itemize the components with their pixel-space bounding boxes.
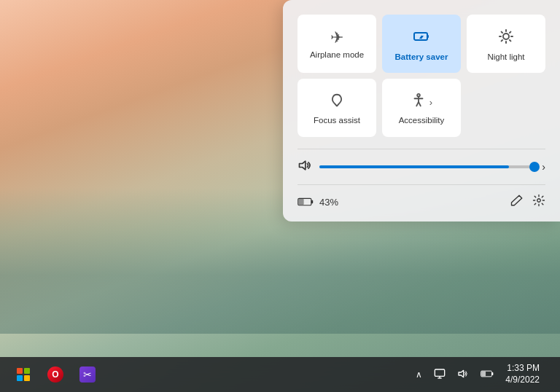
start-button[interactable] bbox=[9, 360, 38, 389]
svg-rect-19 bbox=[299, 199, 304, 205]
focus-assist-icon bbox=[329, 93, 345, 111]
volume-slider-fill bbox=[319, 165, 509, 168]
svg-rect-26 bbox=[492, 372, 494, 375]
svg-rect-18 bbox=[311, 200, 313, 204]
tray-expand-icon[interactable]: ∧ bbox=[413, 366, 425, 383]
edit-icon[interactable] bbox=[510, 194, 524, 210]
time-display: 1:33 PM bbox=[507, 363, 540, 375]
volume-icon bbox=[298, 158, 312, 176]
night-light-icon bbox=[497, 28, 515, 48]
focus-assist-button[interactable]: Focus assist bbox=[298, 79, 376, 137]
night-light-label: Night light bbox=[487, 52, 524, 63]
battery-info: 43% bbox=[298, 197, 338, 208]
date-display: 4/9/2022 bbox=[505, 375, 540, 386]
volume-expand-chevron-icon[interactable]: › bbox=[542, 161, 545, 173]
toggle-grid-row1: ✈ Airplane mode Battery saver bbox=[298, 15, 545, 73]
opera-icon: O bbox=[47, 366, 63, 383]
opera-button[interactable]: O bbox=[41, 360, 70, 389]
svg-rect-27 bbox=[482, 372, 486, 376]
night-light-button[interactable]: Night light bbox=[467, 15, 545, 73]
airplane-mode-button[interactable]: ✈ Airplane mode bbox=[298, 15, 376, 73]
accessibility-button[interactable]: › Accessibility bbox=[382, 79, 461, 137]
datetime-display[interactable]: 1:33 PM 4/9/2022 bbox=[502, 361, 542, 387]
divider-1 bbox=[298, 149, 545, 149]
svg-line-10 bbox=[510, 32, 510, 33]
volume-tray-icon[interactable] bbox=[454, 365, 472, 385]
divider-2 bbox=[298, 184, 545, 185]
battery-saver-label: Battery saver bbox=[395, 52, 448, 63]
accessibility-inner: › bbox=[411, 93, 432, 111]
accessibility-icon bbox=[411, 93, 427, 111]
volume-slider[interactable] bbox=[319, 165, 534, 168]
airplane-icon: ✈ bbox=[330, 30, 343, 46]
volume-slider-thumb[interactable] bbox=[529, 162, 540, 172]
network-tray-icon[interactable] bbox=[431, 365, 448, 385]
taskbar-right: ∧ 1:33 PM 4/9/2022 bbox=[413, 360, 551, 389]
battery-saver-icon bbox=[413, 28, 430, 48]
taskbar-apps: O ✂ bbox=[9, 360, 102, 389]
svg-rect-21 bbox=[435, 369, 445, 376]
svg-rect-1 bbox=[427, 35, 429, 38]
svg-line-7 bbox=[502, 32, 502, 33]
settings-gear-icon[interactable] bbox=[532, 194, 545, 210]
svg-line-15 bbox=[419, 102, 421, 106]
svg-point-2 bbox=[503, 34, 509, 39]
volume-row: › bbox=[298, 158, 545, 176]
show-desktop-button[interactable] bbox=[548, 360, 551, 389]
quick-settings-panel: ✈ Airplane mode Battery saver bbox=[283, 0, 560, 222]
svg-line-8 bbox=[510, 40, 510, 41]
svg-marker-24 bbox=[459, 370, 464, 377]
svg-marker-16 bbox=[300, 161, 306, 170]
focus-assist-label: Focus assist bbox=[314, 116, 360, 126]
battery-tray-icon[interactable] bbox=[478, 366, 497, 383]
battery-saver-button[interactable]: Battery saver bbox=[382, 15, 461, 73]
battery-percentage: 43% bbox=[319, 197, 338, 208]
taskbar: O ✂ ∧ bbox=[0, 357, 560, 392]
snip-sketch-button[interactable]: ✂ bbox=[73, 360, 102, 389]
battery-icon bbox=[298, 197, 314, 206]
svg-line-9 bbox=[502, 40, 502, 41]
windows-logo-icon bbox=[17, 368, 30, 381]
snip-sketch-icon: ✂ bbox=[79, 366, 96, 383]
airplane-mode-label: Airplane mode bbox=[310, 50, 364, 60]
toggle-grid-row2: Focus assist › Accessibility bbox=[298, 79, 545, 137]
svg-point-20 bbox=[537, 199, 541, 203]
system-tray: ∧ bbox=[413, 366, 425, 383]
accessibility-chevron-icon: › bbox=[429, 97, 432, 108]
battery-row: 43% bbox=[298, 194, 545, 210]
accessibility-label: Accessibility bbox=[399, 116, 445, 126]
battery-actions bbox=[510, 194, 545, 210]
